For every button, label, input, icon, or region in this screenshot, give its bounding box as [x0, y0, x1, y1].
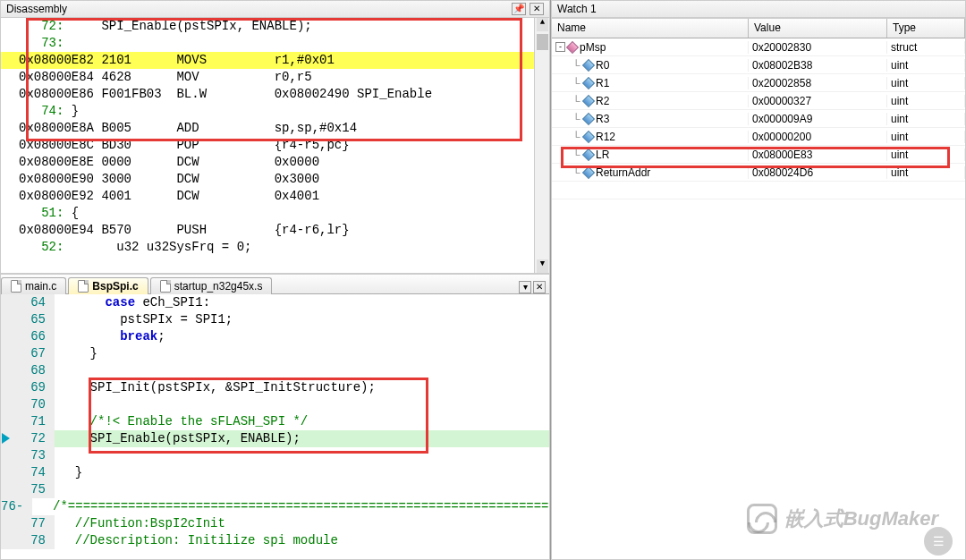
disasm-line[interactable]: 74: }: [1, 103, 549, 120]
code-text: /*======================================…: [32, 498, 549, 515]
watch-row-r3[interactable]: └R30x000009A9uint: [552, 110, 965, 128]
disasm-line[interactable]: 0x08000E82 2101 MOVS r1,#0x01: [1, 52, 549, 69]
line-number: 76-: [1, 498, 32, 515]
disassembly-body: 72: SPI_Enable(pstSPIx, ENABLE); 73:0x08…: [0, 18, 550, 274]
tab-bspspi-c[interactable]: BspSpi.c: [68, 277, 148, 294]
var-name: pMsp: [580, 41, 606, 54]
disasm-line[interactable]: 0x08000E90 3000 DCW 0x3000: [1, 171, 549, 188]
col-value[interactable]: Value: [749, 19, 887, 38]
disasm-line[interactable]: 51: {: [1, 205, 549, 222]
code-line[interactable]: 72 SPI_Enable(pstSPIx, ENABLE);: [1, 430, 549, 447]
var-value: 0x000009A9: [749, 113, 887, 125]
watch-row-r1[interactable]: └R10x20002858uint: [552, 74, 965, 92]
code-line[interactable]: 64 case eCh_SPI1:: [1, 294, 549, 311]
gutter: [1, 430, 17, 447]
watch-row-r2[interactable]: └R20x00000327uint: [552, 92, 965, 110]
disasm-line[interactable]: 0x08000E94 B570 PUSH {r4-r6,lr}: [1, 222, 549, 239]
editor-tabs: main.cBspSpi.cstartup_n32g45x.s ▾ ✕: [1, 275, 549, 294]
gutter: [1, 464, 17, 481]
code-text: //Funtion:BspI2cInit: [55, 515, 549, 532]
tab-startup_n32g45x-s[interactable]: startup_n32g45x.s: [150, 277, 273, 294]
code-text: case eCh_SPI1:: [55, 294, 549, 311]
code-line[interactable]: 69 SPI_Init(pstSPIx, &SPI_InitStructure)…: [1, 379, 549, 396]
code-text: [55, 447, 549, 464]
pin-icon[interactable]: 📌: [512, 3, 526, 15]
disassembly-header: Disassembly 📌 ✕: [0, 0, 550, 18]
watch-row-pmsp[interactable]: -pMsp0x20002830struct: [552, 38, 965, 56]
tree-branch: └: [571, 131, 581, 143]
gutter: [1, 396, 17, 413]
var-value: 0x08000E83: [749, 148, 887, 161]
code-line[interactable]: 70: [1, 396, 549, 413]
disasm-line[interactable]: 52: u32 u32SysFrq = 0;: [1, 239, 549, 256]
close-icon[interactable]: ✕: [530, 3, 544, 15]
code-line[interactable]: 71 /*!< Enable the sFLASH_SPI */: [1, 413, 549, 430]
disasm-scrollbar[interactable]: ▲ ▼: [534, 18, 549, 273]
var-name: R12: [596, 131, 615, 143]
gutter: [1, 379, 17, 396]
var-icon: [566, 41, 579, 54]
code-line[interactable]: 65 pstSPIx = SPI1;: [1, 311, 549, 328]
tree-branch: └: [571, 166, 581, 179]
code-text: [55, 362, 549, 379]
disasm-line[interactable]: 0x08000E8C BD30 POP {r4-r5,pc}: [1, 137, 549, 154]
tree-toggle-icon[interactable]: -: [555, 42, 565, 52]
scroll-up-icon[interactable]: ▲: [537, 18, 548, 31]
var-icon: [582, 59, 595, 72]
watch-row-r0[interactable]: └R00x08002B38uint: [552, 56, 965, 74]
var-value: 0x20002830: [749, 41, 887, 54]
gutter: [1, 481, 17, 498]
var-icon: [582, 77, 595, 89]
watch-row-returnaddr[interactable]: └ReturnAddr0x080024D6uint: [552, 164, 965, 182]
file-icon: [11, 280, 21, 293]
watch-row-r12[interactable]: └R120x00000200uint: [552, 128, 965, 146]
var-name: R1: [596, 77, 609, 89]
var-type: uint: [887, 77, 965, 89]
code-line[interactable]: 75: [1, 481, 549, 498]
disassembly-title: Disassembly: [6, 3, 512, 15]
code-text: [55, 481, 549, 498]
gutter: [1, 328, 17, 345]
disasm-line[interactable]: 0x08000E86 F001FB03 BL.W 0x08002490 SPI_…: [1, 86, 549, 103]
var-icon: [582, 95, 595, 107]
code-line[interactable]: 67 }: [1, 345, 549, 362]
code-line[interactable]: 73: [1, 447, 549, 464]
disasm-line[interactable]: 0x08000E8E 0000 DCW 0x0000: [1, 154, 549, 171]
tab-close-icon[interactable]: ✕: [533, 281, 546, 293]
floating-button[interactable]: ☰: [924, 527, 953, 556]
code-line[interactable]: 68: [1, 362, 549, 379]
gutter: [1, 413, 17, 430]
code-line[interactable]: 66 break;: [1, 328, 549, 345]
watch-row-lr[interactable]: └LR0x08000E83uint: [552, 146, 965, 164]
tab-main-c[interactable]: main.c: [1, 277, 66, 294]
code-line[interactable]: 76- /*==================================…: [1, 498, 549, 515]
watch-enter-expression[interactable]: [552, 182, 965, 199]
code-line[interactable]: 78 //Description: Initilize spi module: [1, 532, 549, 549]
disasm-line[interactable]: 0x08000E84 4628 MOV r0,r5: [1, 69, 549, 86]
code-text: }: [55, 464, 549, 481]
code-line[interactable]: 74 }: [1, 464, 549, 481]
code-line[interactable]: 77 //Funtion:BspI2cInit: [1, 515, 549, 532]
tree-branch: └: [571, 148, 581, 161]
var-type: uint: [887, 148, 965, 161]
line-number: 77: [17, 515, 55, 532]
var-type: struct: [887, 41, 965, 54]
scroll-thumb[interactable]: [537, 34, 548, 50]
disasm-line[interactable]: 0x08000E92 4001 DCW 0x4001: [1, 188, 549, 205]
col-type[interactable]: Type: [887, 19, 965, 38]
tree-branch: └: [571, 59, 581, 72]
tab-dropdown-icon[interactable]: ▾: [519, 281, 531, 293]
disasm-line[interactable]: 73:: [1, 35, 549, 52]
disasm-line[interactable]: 0x08000E8A B005 ADD sp,sp,#0x14: [1, 120, 549, 137]
code-text: //Description: Initilize spi module: [55, 532, 549, 549]
fold-icon[interactable]: -: [16, 499, 23, 513]
scroll-down-icon[interactable]: ▼: [537, 259, 548, 273]
var-type: uint: [887, 59, 965, 72]
line-number: 78: [17, 532, 55, 549]
line-number: 72: [17, 430, 55, 447]
col-name[interactable]: Name: [552, 19, 749, 38]
line-number: 68: [17, 362, 55, 379]
line-number: 64: [17, 294, 55, 311]
code-area[interactable]: 64 case eCh_SPI1:65 pstSPIx = SPI1;66 br…: [1, 294, 549, 559]
disasm-line[interactable]: 72: SPI_Enable(pstSPIx, ENABLE);: [1, 18, 549, 35]
